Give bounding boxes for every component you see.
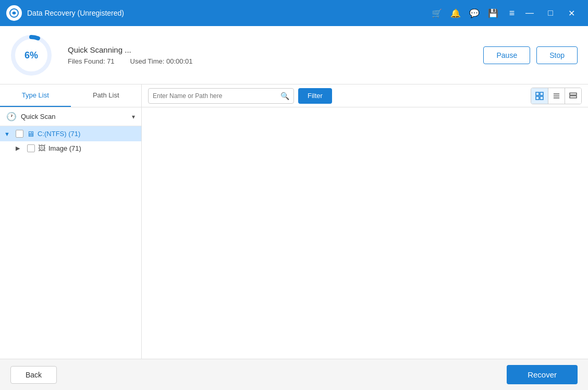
tab-type-list[interactable]: Type List [0,84,71,107]
progress-circle: 6% [10,34,52,76]
cart-icon[interactable]: 🛒 [430,6,444,20]
quick-scan-label: Quick Scan [21,113,128,120]
progress-percent: 6% [24,50,38,60]
list-icon [553,92,560,100]
app-title: Data Recovery (Unregistered) [27,9,430,17]
titlebar: Data Recovery (Unregistered) 🛒 🔔 💬 💾 ≡ —… [0,0,588,26]
image-label: Image (71) [48,144,81,152]
clock-icon: 🕐 [6,112,17,121]
scanning-label: Quick Scanning ... [68,45,468,54]
tree-item-drive[interactable]: ▼ 🖥 C:(NTFS) (71) [0,126,141,141]
pause-button[interactable]: Pause [483,46,530,64]
stop-button[interactable]: Stop [536,46,578,64]
right-panel: 🔍 Filter [142,84,588,359]
progress-buttons: Pause Stop [483,46,578,64]
list-view-button[interactable] [548,88,565,104]
files-found: Files Found: 71 [68,57,115,65]
svg-rect-3 [536,92,539,95]
svg-rect-5 [536,96,539,100]
tree-item-image[interactable]: ▶ 🖼 Image (71) [0,141,141,155]
search-box: 🔍 [148,88,294,104]
grid-view-button[interactable] [531,88,548,104]
bottom-bar: Back Recover [0,359,588,390]
progress-info: Quick Scanning ... Files Found: 71 Used … [68,45,468,65]
view-mode-buttons [531,88,582,104]
progress-area: 6% Quick Scanning ... Files Found: 71 Us… [0,26,588,84]
close-button[interactable]: ✕ [561,0,582,26]
progress-stats: Files Found: 71 Used Time: 00:00:01 [68,57,468,65]
titlebar-icons: 🛒 🔔 💬 💾 ≡ [430,6,519,20]
app-logo [6,5,22,21]
chat-icon[interactable]: 💬 [467,6,482,20]
tab-bar: Type List Path List [0,84,141,107]
image-checkbox[interactable] [27,144,35,152]
tab-path-list[interactable]: Path List [71,84,142,107]
left-panel: Type List Path List 🕐 Quick Scan ▾ ▼ 🖥 C… [0,84,142,359]
maximize-button[interactable]: □ [540,0,561,26]
search-icon: 🔍 [280,92,289,100]
minimize-button[interactable]: — [519,0,540,26]
menu-icon[interactable]: ≡ [505,6,519,20]
right-content [142,107,588,359]
save-icon[interactable]: 💾 [486,6,500,20]
main-content: Type List Path List 🕐 Quick Scan ▾ ▼ 🖥 C… [0,84,588,359]
drive-checkbox[interactable] [16,130,23,138]
back-button[interactable]: Back [10,366,57,384]
svg-rect-4 [540,92,543,95]
svg-rect-6 [540,96,543,100]
grid-icon [535,92,544,100]
bell-icon[interactable]: 🔔 [448,6,463,20]
expand-icon[interactable]: ▶ [16,145,24,152]
search-input[interactable] [153,92,280,100]
image-icon: 🖼 [38,144,45,152]
drive-icon: 🖥 [27,129,34,138]
chevron-down-icon[interactable]: ▾ [132,113,135,120]
detail-icon [569,92,577,100]
filter-button[interactable]: Filter [298,88,332,104]
collapse-icon[interactable]: ▼ [4,131,13,137]
svg-rect-11 [570,96,577,98]
detail-view-button[interactable] [565,88,581,104]
svg-rect-10 [570,93,577,95]
quick-scan-row: 🕐 Quick Scan ▾ [0,107,141,126]
used-time: Used Time: 00:00:01 [130,57,193,65]
tree-area: ▼ 🖥 C:(NTFS) (71) ▶ 🖼 Image (71) [0,126,141,359]
right-toolbar: 🔍 Filter [142,84,588,107]
recover-button[interactable]: Recover [507,365,578,384]
drive-label: C:(NTFS) (71) [38,130,80,138]
